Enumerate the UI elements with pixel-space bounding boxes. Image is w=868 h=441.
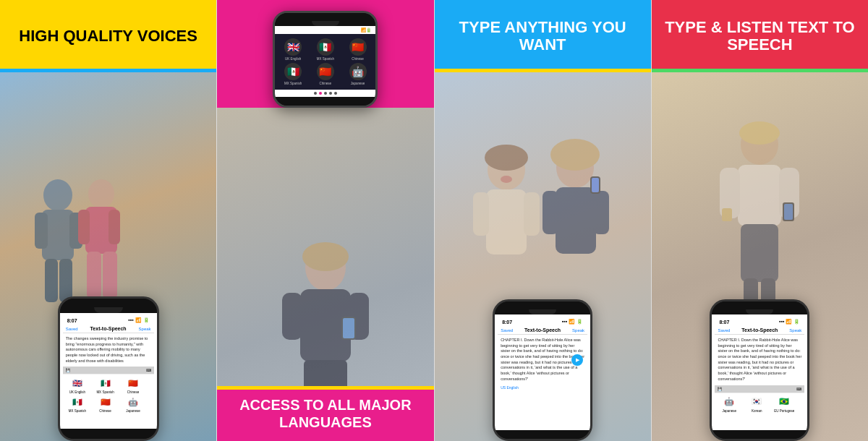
panel-high-quality-voices: HIGH QUALITY VOICES: [0, 0, 216, 441]
panel1-app-header: Saved Text-to-Speech Speak: [63, 325, 154, 333]
women-silhouette: [435, 137, 651, 325]
flag-chinese[interactable]: 🇨🇳 Chinese: [120, 377, 147, 394]
lang-uk-icon: 🇬🇧: [284, 38, 302, 56]
panel2-status: 📶🔋: [275, 26, 375, 34]
mx-label-2: MX Spanish: [69, 409, 86, 413]
panel4-signal: ▪▪▪ 📶 🔋: [779, 319, 800, 325]
phone-bottom: [60, 429, 157, 439]
panel2-phone-top: [275, 13, 375, 26]
svg-rect-32: [593, 191, 609, 234]
panel4-speak[interactable]: Speak: [789, 328, 801, 333]
panel3-play-button[interactable]: [571, 354, 583, 366]
panel4-time: 8:07: [719, 320, 729, 325]
panel4-flags: 🤖 Japanese 🇰🇷 Korean 🇧🇷 EU Portugese: [715, 393, 804, 415]
lang-mx2-icon: 🇲🇽: [284, 63, 302, 80]
svg-point-6: [88, 179, 114, 208]
keyboard-icon: ⌨: [146, 368, 151, 372]
panel3-title: Text-to-Speech: [524, 327, 561, 333]
flag-mx-spanish-2[interactable]: 🇲🇽 MX Spanish: [64, 395, 91, 413]
panel4-jp-label: Japanese: [723, 409, 737, 413]
man-silhouette: [658, 116, 861, 304]
lang-mx[interactable]: 🇲🇽 MX Spanish: [312, 38, 339, 61]
svg-rect-4: [45, 259, 58, 302]
svg-rect-25: [473, 192, 489, 236]
lang-cn2-label: Chinese: [320, 82, 332, 85]
svg-rect-9: [109, 210, 120, 244]
panel3-speak[interactable]: Speak: [572, 328, 584, 333]
lang-uk-label: UK English: [285, 57, 301, 61]
panel3-phone-top: [495, 301, 590, 314]
panel4-banner: TYPE & LISTEN TEXT TO SPEECH: [652, 0, 868, 72]
lang-uk[interactable]: 🇬🇧 UK English: [280, 38, 307, 61]
panel4-flag-pt[interactable]: 🇧🇷 EU Portugese: [771, 395, 797, 413]
svg-point-13: [302, 242, 349, 271]
panel3-time: 8:07: [502, 320, 512, 325]
lang-cn2[interactable]: 🇨🇳 Chinese: [312, 63, 339, 85]
flag-chinese-2[interactable]: 🇨🇳 Chinese: [92, 395, 119, 413]
panel1-banner: HIGH QUALITY VOICES: [0, 0, 216, 72]
panel3-banner: TYPE ANYTHING YOU WANT: [435, 0, 651, 72]
dot1: [314, 92, 317, 95]
panel4-photo-area: 8:07 ▪▪▪ 📶 🔋 Saved Text-to-Speech Speak …: [652, 72, 868, 441]
panel4-phone: 8:07 ▪▪▪ 📶 🔋 Saved Text-to-Speech Speak …: [710, 299, 809, 441]
svg-rect-24: [486, 189, 527, 254]
speak-button[interactable]: Speak: [139, 327, 151, 331]
save-icon: 💾: [66, 368, 70, 372]
lang-cn-icon: 🇨🇳: [349, 38, 367, 56]
time: 8:07: [67, 318, 77, 323]
svg-rect-18: [343, 318, 354, 338]
panel4-text: CHAPTER I. Down the Rabbit-Hole Alice wa…: [715, 335, 804, 385]
lang-cn[interactable]: 🇨🇳 Chinese: [344, 38, 371, 61]
panel4-saved[interactable]: Saved: [718, 328, 730, 333]
panel1-flags: 🇬🇧 UK English 🇲🇽 MX Spanish 🇨🇳 Chinese 🇲…: [63, 374, 154, 415]
svg-point-29: [550, 139, 600, 171]
flag-japanese[interactable]: 🤖 Japanese: [120, 395, 147, 413]
panel3-app-header: Saved Text-to-Speech Speak: [498, 326, 587, 335]
lang-mx-icon: 🇲🇽: [317, 38, 334, 56]
cn-flag-2: 🇨🇳: [99, 395, 112, 408]
phone-top: [60, 299, 157, 313]
panel4-status-bar: 8:07 ▪▪▪ 📶 🔋: [715, 317, 804, 326]
panel2-screen: 📶🔋 🇬🇧 UK English 🇲🇽 MX Spanish 🇨🇳: [275, 26, 375, 97]
app-title: Text-to-Speech: [90, 326, 127, 331]
panel1-banner-text: HIGH QUALITY VOICES: [19, 27, 197, 45]
svg-rect-2: [35, 213, 48, 249]
panel1-phone: 8:07 ▪▪▪ 📶 🔋 Saved Text-to-Speech Speak …: [58, 296, 159, 441]
flag-mx-spanish[interactable]: 🇲🇽 MX Spanish: [92, 377, 119, 394]
svg-rect-8: [78, 210, 90, 244]
dots-indicator: [275, 90, 375, 97]
svg-rect-15: [282, 293, 302, 340]
saved-button[interactable]: Saved: [66, 327, 78, 331]
panel4-flag-jp[interactable]: 🤖 Japanese: [716, 395, 742, 413]
panel1-status-bar: 8:07 ▪▪▪ 📶 🔋: [63, 316, 154, 325]
panel2-phone-bottom: [275, 97, 375, 106]
panel4-flag-kr[interactable]: 🇰🇷 Korean: [744, 395, 770, 413]
panel3-saved[interactable]: Saved: [501, 328, 513, 333]
panel3-phone: 8:07 ▪▪▪ 📶 🔋 Saved Text-to-Speech Speak …: [493, 299, 592, 441]
panel2-bottom-banner: ACCESS TO ALL MAJOR LANGUAGES: [217, 386, 433, 441]
jp-flag: 🤖: [127, 395, 140, 408]
panel2-photo-area: 📶🔋 🇬🇧 UK English 🇲🇽 MX Spanish 🇨🇳: [217, 0, 433, 441]
svg-rect-42: [741, 224, 778, 282]
panel2-banner-text: ACCESS TO ALL MAJOR LANGUAGES: [239, 397, 411, 430]
lang-jp[interactable]: 🤖 Japanese: [344, 63, 371, 85]
svg-rect-41: [784, 204, 793, 220]
flag-uk-english[interactable]: 🇬🇧 UK English: [64, 377, 91, 394]
svg-point-36: [739, 121, 780, 145]
svg-point-27: [501, 176, 512, 183]
lang-jp-label: Japanese: [351, 82, 365, 85]
svg-rect-37: [738, 165, 781, 226]
mx-flag-2: 🇲🇽: [71, 395, 84, 408]
panel-access-languages: 📶🔋 🇬🇧 UK English 🇲🇽 MX Spanish 🇨🇳: [216, 0, 433, 441]
uk-flag: 🇬🇧: [71, 377, 84, 390]
dot2: [319, 92, 322, 95]
svg-rect-5: [59, 259, 72, 302]
dot5: [334, 92, 337, 95]
panel3-signal: ▪▪▪ 📶 🔋: [562, 319, 583, 325]
jp-label: Japanese: [126, 409, 140, 413]
lang-mx2[interactable]: 🇲🇽 MX Spanish: [280, 63, 307, 85]
panel4-phone-screen: 8:07 ▪▪▪ 📶 🔋 Saved Text-to-Speech Speak …: [712, 314, 807, 430]
uk-label: UK English: [69, 390, 85, 394]
signal-icons: ▪▪▪ 📶 🔋: [128, 317, 149, 323]
lang-cn2-icon: 🇨🇳: [317, 63, 334, 80]
